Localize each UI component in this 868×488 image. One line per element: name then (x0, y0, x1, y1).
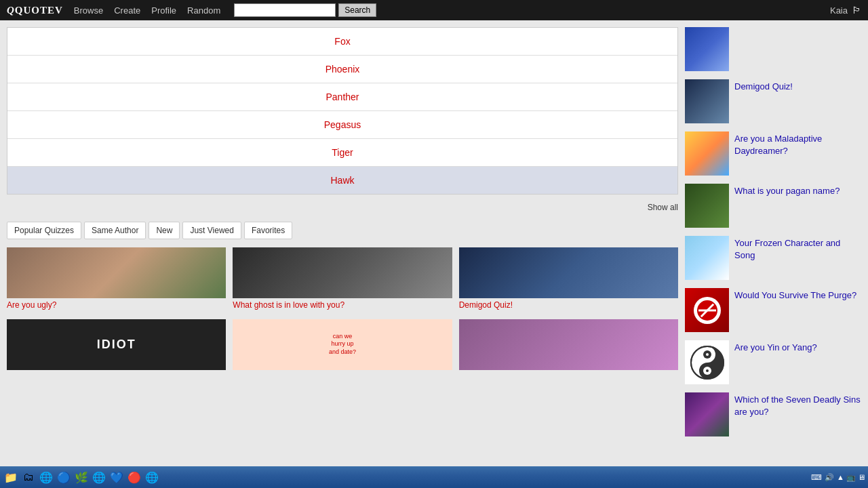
answer-fox[interactable]: Fox (7, 28, 677, 56)
sidebar-thumb-frozen (685, 236, 729, 280)
username-label: Kaia (830, 5, 848, 16)
sidebar-thumb-pagan (685, 184, 729, 228)
systray-icons: ▲ 📺 🖥 (837, 473, 865, 482)
quiz-card-purplehair[interactable] (459, 319, 678, 372)
keyboard-icon: ⌨ (811, 473, 822, 482)
sidebar-title-frozen: Your Frozen Character and Song (734, 236, 861, 262)
canwe-thumb: can wehurry upand date? (233, 319, 452, 370)
quiz-label-ugly: Are you ugly? (7, 300, 226, 311)
answer-hawk[interactable]: Hawk (7, 167, 677, 194)
nav-create[interactable]: Create (114, 5, 140, 16)
sidebar-item-maladaptive[interactable]: Are you a Maladaptive Daydreamer? (685, 131, 861, 176)
sidebar-title-pagan: What is your pagan name? (734, 184, 840, 197)
sidebar-item-demigod[interactable]: Demigod Quiz! (685, 79, 861, 123)
sidebar-item-yinyang[interactable]: Are you Yin or Yang? (685, 340, 861, 384)
answer-tiger[interactable]: Tiger (7, 139, 677, 167)
answer-panther[interactable]: Panther (7, 83, 677, 111)
answer-phoenix[interactable]: Phoenix (7, 56, 677, 83)
sidebar-thumb-yinyang (685, 340, 729, 384)
taskbar-right: ⌨ 🔊 ▲ 📺 🖥 (811, 473, 865, 482)
quiz-grid-row2: IDIOT can wehurry upand date? (7, 319, 678, 372)
quiz-card-ugly[interactable]: Are you ugly? (7, 247, 226, 311)
answer-pegasus[interactable]: Pegasus (7, 111, 677, 139)
search-area: Search (234, 3, 376, 17)
sidebar-title-purge: Would You Survive The Purge? (734, 288, 856, 302)
quiz-grid-row1: Are you ugly? What ghost is in love with… (7, 247, 678, 311)
nav-browse[interactable]: Browse (74, 5, 103, 16)
top-nav: QQUOTEV Browse Create Profile Random Sea… (0, 0, 868, 20)
idiot-thumb: IDIOT (7, 319, 226, 370)
site-logo: QQUOTEV (7, 5, 63, 16)
quiz-card-demigod[interactable]: Demigod Quiz! (459, 247, 678, 311)
sidebar-title-seven-sins: Which of the Seven Deadly Sins are you? (734, 392, 861, 418)
tab-popular-quizzes[interactable]: Popular Quizzes (7, 222, 81, 239)
search-input[interactable] (234, 3, 336, 17)
sidebar-thumb-purge (685, 288, 729, 332)
svg-point-4 (706, 369, 709, 372)
taskbar-ie[interactable]: 🌐 (38, 469, 54, 485)
tab-favorites[interactable]: Favorites (244, 222, 292, 239)
quiz-card-canwe[interactable]: can wehurry upand date? (233, 319, 452, 372)
taskbar-skype[interactable]: 💙 (108, 469, 125, 485)
main-container: Fox Phoenix Panther Pegasus Tiger Hawk S… (0, 20, 868, 488)
svg-point-3 (706, 353, 709, 356)
purplehair-thumb (459, 319, 678, 370)
sidebar-item-top[interactable] (685, 27, 861, 71)
sidebar-title-demigod: Demigod Quiz! (734, 79, 793, 93)
taskbar-chrome[interactable]: 🌐 (91, 469, 107, 485)
sidebar-title-maladaptive: Are you a Maladaptive Daydreamer? (734, 131, 861, 157)
quiz-tabs: Popular Quizzes Same Author New Just Vie… (7, 222, 678, 239)
sidebar-thumb-seven-sins (685, 392, 729, 436)
tab-new[interactable]: New (149, 222, 180, 239)
tab-just-viewed[interactable]: Just Viewed (182, 222, 241, 239)
right-sidebar: Demigod Quiz! Are you a Maladaptive Dayd… (685, 20, 868, 488)
sidebar-thumb-demigod (685, 79, 729, 123)
user-area: Kaia 🏳 (830, 5, 861, 16)
quiz-card-idiot[interactable]: IDIOT (7, 319, 226, 372)
taskbar-circle[interactable]: 🔵 (56, 469, 72, 485)
sidebar-item-pagan[interactable]: What is your pagan name? (685, 184, 861, 228)
speaker-icon: 🔊 (825, 473, 834, 482)
sidebar-item-frozen[interactable]: Your Frozen Character and Song (685, 236, 861, 280)
quiz-card-ghost[interactable]: What ghost is in love with you? (233, 247, 452, 311)
sidebar-item-purge[interactable]: Would You Survive The Purge? (685, 288, 861, 332)
sidebar-thumb-maladaptive (685, 131, 729, 176)
nav-random[interactable]: Random (187, 5, 220, 16)
nav-profile[interactable]: Profile (151, 5, 176, 16)
search-button[interactable]: Search (338, 3, 376, 17)
sidebar-title-yinyang: Are you Yin or Yang? (734, 340, 817, 354)
taskbar: 📁 🗂 🌐 🔵 🌿 🌐 💙 🔴 🌐 ⌨ 🔊 ▲ 📺 🖥 (0, 466, 868, 488)
quiz-label-ghost: What ghost is in love with you? (233, 300, 452, 311)
answer-list: Fox Phoenix Panther Pegasus Tiger Hawk (7, 27, 678, 195)
taskbar-explorer[interactable]: 🗂 (20, 469, 37, 485)
taskbar-chrome2[interactable]: 🌐 (144, 469, 160, 485)
show-all-link[interactable]: Show all (7, 200, 678, 215)
sidebar-thumb-top (685, 27, 729, 71)
quiz-label-demigod: Demigod Quiz! (459, 300, 678, 311)
taskbar-red[interactable]: 🔴 (126, 469, 142, 485)
taskbar-start[interactable]: 📁 (3, 469, 19, 485)
taskbar-leaf[interactable]: 🌿 (73, 469, 90, 485)
tab-same-author[interactable]: Same Author (84, 222, 146, 239)
left-panel: Fox Phoenix Panther Pegasus Tiger Hawk S… (0, 20, 685, 488)
sidebar-item-seven-sins[interactable]: Which of the Seven Deadly Sins are you? (685, 392, 861, 436)
flag-icon: 🏳 (852, 5, 861, 16)
